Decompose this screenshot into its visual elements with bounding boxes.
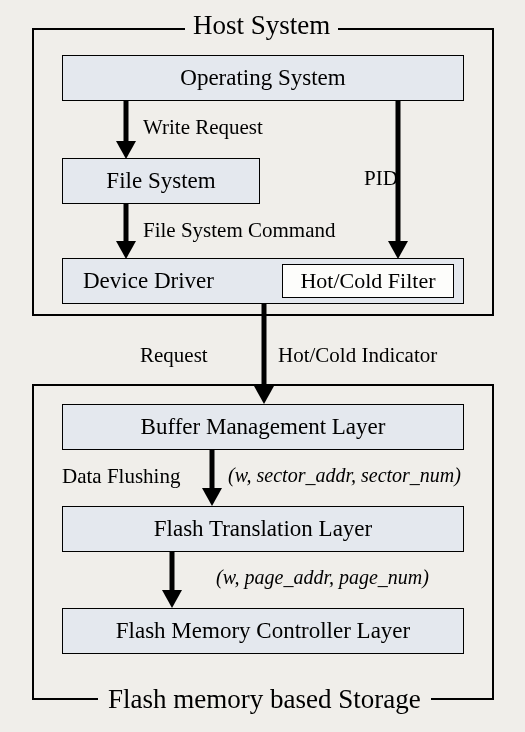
svg-marker-1: [116, 141, 136, 159]
write-request-label: Write Request: [143, 115, 263, 140]
svg-marker-5: [116, 241, 136, 259]
arrow-ftl-to-controller: [162, 552, 182, 608]
host-system-title: Host System: [185, 10, 338, 41]
buffer-management-block: Buffer Management Layer: [62, 404, 464, 450]
flash-controller-block: Flash Memory Controller Layer: [62, 608, 464, 654]
operating-system-block: Operating System: [62, 55, 464, 101]
device-driver-label: Device Driver: [83, 268, 214, 294]
data-flushing-label: Data Flushing: [62, 464, 180, 489]
arrow-buffer-to-ftl: [202, 450, 222, 506]
storage-title: Flash memory based Storage: [98, 684, 431, 715]
pid-label: PID: [364, 166, 398, 191]
hot-cold-filter-block: Hot/Cold Filter: [282, 264, 454, 298]
arrow-os-to-fs: [116, 101, 136, 159]
hot-cold-indicator-label: Hot/Cold Indicator: [278, 343, 437, 368]
file-system-block: File System: [62, 158, 260, 204]
page-params-label: (w, page_addr, page_num): [216, 566, 429, 589]
svg-marker-11: [162, 590, 182, 608]
file-system-command-label: File System Command: [143, 218, 336, 243]
flash-translation-block: Flash Translation Layer: [62, 506, 464, 552]
sector-params-label: (w, sector_addr, sector_num): [228, 464, 461, 487]
diagram-container: Host System Operating System Write Reque…: [0, 0, 525, 732]
svg-marker-9: [202, 488, 222, 506]
request-label: Request: [140, 343, 208, 368]
svg-marker-3: [388, 241, 408, 259]
arrow-fs-to-driver: [116, 204, 136, 259]
